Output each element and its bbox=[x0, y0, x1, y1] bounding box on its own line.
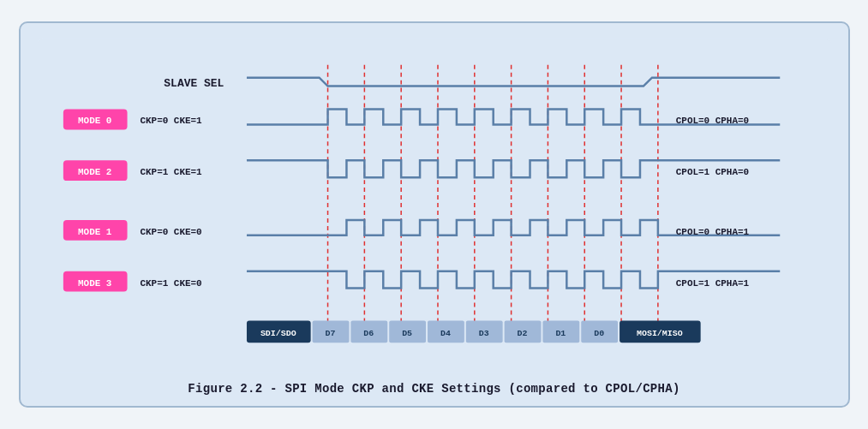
timing-diagram: SLAVE SEL MODE 0 CKP=0 CKE=1 CPOL=0 CPHA… bbox=[38, 39, 831, 372]
d7-label: D7 bbox=[325, 329, 335, 338]
slave-sel-label: SLAVE SEL bbox=[164, 77, 224, 90]
mode2-label: MODE 2 bbox=[78, 167, 111, 177]
mode3-right: CPOL=1 CPHA=1 bbox=[675, 278, 749, 289]
d2-label: D2 bbox=[517, 329, 527, 338]
d4-label: D4 bbox=[440, 329, 450, 338]
mode3-label: MODE 3 bbox=[78, 278, 112, 289]
d6-label: D6 bbox=[363, 329, 374, 338]
d5-label: D5 bbox=[402, 329, 412, 338]
sdi-sdo-label: SDI/SDO bbox=[260, 329, 296, 338]
mode0-right: CPOL=0 CPHA=0 bbox=[675, 116, 748, 126]
mode3-params: CKP=1 CKE=0 bbox=[140, 278, 201, 289]
mode2-right: CPOL=1 CPHA=0 bbox=[675, 167, 748, 177]
mode0-label: MODE 0 bbox=[78, 116, 111, 126]
d0-label: D0 bbox=[594, 329, 604, 338]
mode2-params: CKP=1 CKE=1 bbox=[140, 167, 202, 177]
figure-caption: Figure 2.2 - SPI Mode CKP and CKE Settin… bbox=[38, 382, 831, 396]
mode1-label: MODE 1 bbox=[78, 227, 112, 237]
d3-label: D3 bbox=[478, 329, 488, 338]
mode1-params: CKP=0 CKE=0 bbox=[140, 227, 201, 237]
mode0-params: CKP=0 CKE=1 bbox=[140, 116, 202, 126]
d1-label: D1 bbox=[555, 329, 566, 338]
mosi-miso-label: MOSI/MISO bbox=[637, 329, 683, 338]
diagram-container: SLAVE SEL MODE 0 CKP=0 CKE=1 CPOL=0 CPHA… bbox=[19, 21, 850, 408]
mode1-right: CPOL=0 CPHA=1 bbox=[675, 227, 749, 237]
